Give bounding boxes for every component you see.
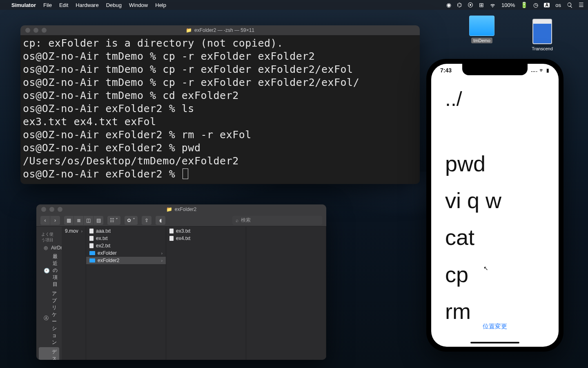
chevron-right-icon: › — [81, 229, 82, 233]
file-icon — [89, 229, 94, 233]
folder-icon — [89, 251, 95, 255]
view-gallery-button[interactable]: ▤ — [94, 216, 103, 225]
view-column-button[interactable]: ◫ — [84, 216, 94, 225]
list-item-folder[interactable]: exFolder2› — [86, 257, 166, 264]
list-item[interactable]: ex.txt — [86, 235, 166, 242]
sim-bottom-link[interactable]: 位置変更 — [445, 323, 545, 330]
record-icon[interactable]: ◉ — [446, 2, 451, 8]
grid-icon[interactable]: ⊞ — [479, 2, 484, 8]
device-notch — [462, 64, 528, 75]
terminal-line: os@OZ-no-Air exFolder2 % pwd — [23, 141, 417, 155]
minimize-traffic-light[interactable] — [49, 207, 54, 212]
close-traffic-light[interactable] — [41, 207, 46, 212]
home-indicator[interactable] — [470, 342, 519, 343]
terminal-line: os@OZ-no-Air tmDemo % cp -r exFolder exF… — [23, 50, 417, 63]
close-traffic-light[interactable] — [25, 28, 30, 33]
terminal-titlebar[interactable]: 📁exFolder2 — -zsh — 59×11 — [20, 25, 420, 35]
battery-icon: 🔋 — [521, 2, 528, 8]
file-icon — [89, 236, 94, 241]
finder-column-2[interactable]: ex3.txt ex4.txt — [166, 227, 246, 360]
folder-icon — [89, 258, 95, 263]
list-item[interactable]: 9.mov› — [62, 227, 86, 235]
wifi-icon[interactable] — [490, 2, 496, 8]
back-button[interactable]: ‹ — [40, 216, 50, 225]
battery-percent[interactable]: 100% — [501, 2, 515, 8]
sim-text-line[interactable]: rm — [445, 297, 545, 325]
sidebar-item-applications[interactable]: Ⓐアプリケーション — [39, 289, 59, 347]
battery-icon: ▮ — [546, 67, 550, 73]
sidebar-heading-favorites: よく使う項目 — [36, 229, 62, 244]
ios-simulator-device[interactable]: 7:43 …. ᯤ ▮ ../ pwd vi q w cat cp rm 位置変… — [426, 59, 564, 352]
finder-search[interactable]: ⌕ 検索 — [232, 216, 322, 225]
list-item[interactable]: ex2.txt — [86, 242, 166, 249]
view-list-button[interactable]: ≣ — [74, 216, 84, 225]
file-icon — [89, 243, 94, 248]
spotlight-icon[interactable] — [567, 2, 573, 8]
chevron-left-icon: ‹ — [45, 218, 46, 223]
simulator-screen[interactable]: 7:43 …. ᯤ ▮ ../ pwd vi q w cat cp rm 位置変… — [431, 64, 559, 347]
finder-search-placeholder: 検索 — [241, 217, 251, 224]
group-button[interactable]: ☷ ˅ — [107, 216, 120, 225]
menu-extra-icon[interactable]: ⦿ — [468, 2, 473, 8]
menu-help[interactable]: Help — [155, 2, 166, 8]
input-source-icon[interactable]: A — [544, 3, 550, 7]
folder-icon: 📁 — [186, 27, 192, 33]
desktop-folder-tmdemo[interactable]: tmDemo — [466, 16, 498, 43]
list-item[interactable]: ex4.txt — [166, 235, 246, 242]
terminal-line: os@OZ-no-Air tmDemo % cp -r exFolder exF… — [23, 76, 417, 89]
terminal-window[interactable]: 📁exFolder2 — -zsh — 59×11 cp: exFolder i… — [20, 25, 420, 184]
sim-text-heading[interactable]: ../ — [445, 86, 545, 112]
app-name[interactable]: Simulator — [11, 2, 36, 8]
finder-window[interactable]: 📁exFolder2 ‹ › ▦ ≣ ◫ ▤ ☷ ˅ ✿ ˅ ⇪ ◖ ⌕ 検索 … — [36, 204, 326, 360]
list-item-folder[interactable]: exFolder› — [86, 249, 166, 257]
terminal-line: os@OZ-no-Air tmDemo % cd exFolder2 — [23, 89, 417, 102]
sim-text-line[interactable]: cp — [445, 260, 545, 289]
terminal-body[interactable]: cp: exFolder is a directory (not copied)… — [20, 35, 420, 184]
sim-text-line[interactable]: cat — [445, 223, 545, 251]
cellular-icon: …. — [531, 67, 538, 73]
terminal-line: ex3.txt ex4.txt exFol — [23, 115, 417, 128]
minimize-traffic-light[interactable] — [33, 28, 38, 33]
finder-sidebar: よく使う項目 ◎AirDrop 🕘最近の項目 Ⓐアプリケーション 🖥デスクトップ… — [36, 227, 62, 360]
finder-column-3[interactable] — [246, 227, 326, 360]
share-button[interactable]: ⇪ — [142, 216, 151, 225]
finder-title: exFolder2 — [175, 206, 196, 212]
user-menu[interactable]: os — [555, 2, 561, 8]
sidebar-item-recents[interactable]: 🕘最近の項目 — [39, 252, 59, 289]
airdrop-icon: ◎ — [44, 245, 48, 251]
list-item[interactable]: ex3.txt — [166, 227, 246, 235]
menu-edit[interactable]: Edit — [59, 2, 68, 8]
zoom-traffic-light[interactable] — [58, 207, 62, 212]
list-item[interactable]: aaa.txt — [86, 227, 166, 235]
terminal-cursor — [183, 168, 188, 179]
sim-text-line[interactable]: pwd — [445, 149, 545, 178]
terminal-prompt-line: os@OZ-no-Air exFolder2 % — [23, 168, 417, 181]
view-icon-button[interactable]: ▦ — [64, 216, 74, 225]
screenshot-icon[interactable]: ⌬ — [457, 2, 462, 8]
desktop-disk-transcend[interactable]: Transcend — [526, 19, 559, 52]
finder-column-1[interactable]: aaa.txt ex.txt ex2.txt exFolder› exFolde… — [86, 227, 166, 360]
file-icon — [169, 229, 174, 233]
menu-window[interactable]: Window — [129, 2, 148, 8]
finder-columns: 9.mov› aaa.txt ex.txt ex2.txt exFolder› … — [62, 227, 326, 360]
sidebar-item-airdrop[interactable]: ◎AirDrop — [39, 244, 59, 252]
menu-file[interactable]: File — [43, 2, 52, 8]
tags-button[interactable]: ◖ — [156, 216, 165, 225]
terminal-line: os@OZ-no-Air exFolder2 % ls — [23, 102, 417, 115]
menu-debug[interactable]: Debug — [106, 2, 122, 8]
zoom-traffic-light[interactable] — [42, 28, 47, 33]
file-icon — [169, 236, 174, 241]
terminal-prompt: os@OZ-no-Air exFolder2 % — [23, 168, 182, 180]
finder-column-0[interactable]: 9.mov› — [62, 227, 86, 360]
terminal-line: cp: exFolder is a directory (not copied)… — [23, 37, 417, 50]
menu-hardware[interactable]: Hardware — [76, 2, 98, 8]
control-center-icon[interactable]: ☰ — [579, 2, 584, 8]
sidebar-item-desktop[interactable]: 🖥デスクトップ — [39, 347, 59, 360]
chevron-right-icon: › — [161, 251, 163, 256]
simulator-app-content[interactable]: ../ pwd vi q w cat cp rm 位置変更 — [445, 80, 545, 333]
finder-titlebar[interactable]: 📁exFolder2 — [36, 204, 326, 214]
forward-button[interactable]: › — [50, 216, 60, 225]
action-button[interactable]: ✿ ˅ — [125, 216, 137, 225]
compass-icon[interactable]: ◷ — [533, 2, 538, 8]
sim-text-line[interactable]: vi q w — [445, 186, 545, 215]
